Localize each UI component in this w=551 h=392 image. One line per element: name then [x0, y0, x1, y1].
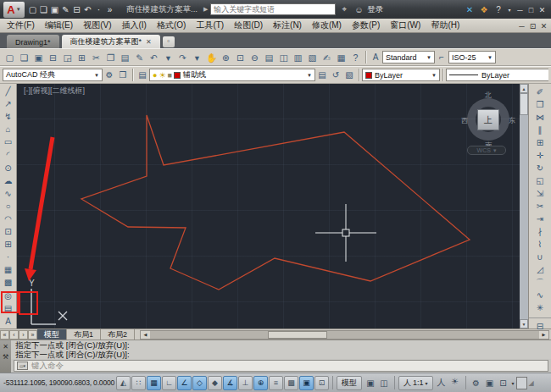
- menu-item[interactable]: 编辑(E): [40, 20, 78, 30]
- extend-icon[interactable]: ⇥: [537, 213, 543, 225]
- plot-preview-icon[interactable]: ◲: [60, 50, 75, 65]
- prev-layout-button[interactable]: ‹: [9, 330, 19, 340]
- join-icon[interactable]: ∪: [537, 251, 543, 263]
- dim-style-select[interactable]: ISO-25▼: [448, 51, 496, 63]
- menu-item[interactable]: 帮助(H): [426, 20, 465, 30]
- trim-icon[interactable]: ✂: [537, 200, 543, 213]
- undo-icon[interactable]: ↶: [82, 5, 93, 14]
- quick-properties-toggle[interactable]: ▣: [299, 376, 314, 390]
- lineweight-toggle[interactable]: ≡: [269, 376, 283, 390]
- workspace-select[interactable]: AutoCAD 经典▼: [3, 69, 103, 81]
- dim-style-icon[interactable]: ⌐: [435, 52, 448, 62]
- toolbar-lock-icon[interactable]: ▣: [483, 378, 497, 388]
- polygon-icon[interactable]: ⌂: [5, 123, 10, 135]
- construction-line-icon[interactable]: ↗: [4, 97, 11, 110]
- help-icon[interactable]: ?: [493, 5, 504, 14]
- undo-dropdown-icon[interactable]: ·: [93, 5, 104, 14]
- command-suggest-icon[interactable]: ▭▾: [17, 362, 28, 370]
- scroll-right-icon[interactable]: ▶: [539, 331, 548, 339]
- application-menu-button[interactable]: A▼: [3, 2, 25, 18]
- menu-item[interactable]: 修改(M): [307, 20, 347, 30]
- redo-icon[interactable]: ↷: [175, 50, 190, 65]
- ducs-toggle[interactable]: ⊥: [238, 376, 253, 390]
- dyn-toggle[interactable]: ⊕: [253, 376, 268, 390]
- hatch-icon[interactable]: ▦: [4, 263, 12, 276]
- sign-in-button[interactable]: 登录: [367, 4, 383, 15]
- menu-item[interactable]: 文件(F): [2, 20, 40, 30]
- layer-previous-icon[interactable]: ↺: [329, 70, 342, 80]
- customize-quick-access-icon[interactable]: »: [104, 5, 115, 14]
- viewcube-wcs-menu[interactable]: WCS ▾: [467, 146, 506, 155]
- properties-icon[interactable]: ▤: [262, 50, 276, 65]
- scroll-down-icon[interactable]: ▼: [520, 319, 528, 329]
- scroll-up-icon[interactable]: ▲: [520, 84, 528, 93]
- gradient-icon[interactable]: ▩: [4, 276, 12, 289]
- ellipse-icon[interactable]: ○: [5, 200, 10, 213]
- paste-icon[interactable]: ▤: [118, 50, 132, 65]
- next-layout-button[interactable]: ›: [19, 330, 28, 340]
- rectangle-icon[interactable]: ▭: [4, 135, 12, 148]
- publish-icon[interactable]: ⊞: [75, 50, 89, 65]
- hardware-acceleration-icon[interactable]: ⊡: [497, 378, 510, 388]
- minimize-button[interactable]: ─: [515, 6, 526, 14]
- drawing-close-button[interactable]: ✕: [538, 22, 549, 30]
- zoom-window-icon[interactable]: ⊡: [233, 50, 248, 65]
- annotation-scale-button[interactable]: 人 1:1 ▾: [398, 376, 433, 390]
- layer-select[interactable]: ● ☀ ■ 辅助线 ▼: [149, 69, 315, 81]
- copy-icon[interactable]: ❐: [103, 50, 118, 65]
- infer-constraints-toggle[interactable]: ◭: [116, 376, 131, 390]
- command-input[interactable]: ▭▾ 键入命令: [14, 360, 548, 372]
- otrack-toggle[interactable]: ∡: [223, 376, 237, 390]
- coordinates-readout[interactable]: -531112.1095, 190090.6803, 0.0000: [3, 378, 114, 387]
- markup-set-manager-icon[interactable]: ✍: [320, 50, 334, 65]
- 3d-osnap-toggle[interactable]: ◆: [208, 376, 222, 390]
- scrollbar-thumb[interactable]: [268, 331, 327, 339]
- drawn-polyline-shape[interactable]: [81, 115, 470, 290]
- help-icon[interactable]: ?: [348, 50, 363, 65]
- search-icon[interactable]: ⌖: [338, 4, 350, 14]
- mirror-icon[interactable]: ⋈: [536, 111, 544, 124]
- menu-item[interactable]: 标注(N): [268, 20, 307, 30]
- search-input[interactable]: [210, 3, 336, 15]
- spline-icon[interactable]: ∿: [4, 187, 11, 200]
- tab-layout1[interactable]: 布局1: [67, 329, 101, 340]
- annotation-visibility-icon[interactable]: 人: [435, 377, 448, 389]
- fillet-icon[interactable]: ⌒: [536, 276, 544, 289]
- open-icon[interactable]: ❏: [38, 5, 49, 14]
- text-style-icon[interactable]: A: [369, 52, 382, 62]
- blend-curves-icon[interactable]: ∿: [537, 289, 543, 301]
- rotate-icon[interactable]: ↻: [537, 162, 543, 174]
- chamfer-icon[interactable]: ◿: [537, 263, 543, 276]
- ortho-toggle[interactable]: ∟: [162, 376, 176, 390]
- status-bar-menu-icon[interactable]: ▾: [512, 380, 515, 386]
- revision-cloud-icon[interactable]: ☁: [4, 174, 13, 187]
- redo-dropdown-icon[interactable]: ▾: [190, 50, 204, 65]
- drawing-canvas[interactable]: Y [-][俯视][二维线框] 上 北 南 西 东 WC: [17, 84, 520, 329]
- make-block-icon[interactable]: ⊞: [4, 238, 11, 251]
- explode-icon[interactable]: ✳: [537, 301, 543, 314]
- arc-icon[interactable]: ◜: [7, 148, 10, 161]
- horizontal-scrollbar[interactable]: ◀ ▶: [140, 330, 549, 340]
- pan-icon[interactable]: ✋: [204, 50, 219, 65]
- region-icon[interactable]: ◎: [4, 290, 12, 302]
- new-icon[interactable]: ▢: [3, 50, 17, 65]
- break-at-point-icon[interactable]: ∤: [538, 225, 543, 238]
- annotation-autoscale-icon[interactable]: ☀: [448, 377, 462, 389]
- layer-properties-manager-icon[interactable]: ▤: [136, 70, 149, 80]
- break-icon[interactable]: ⌇: [538, 238, 543, 251]
- file-tab-active-drawing[interactable]: 商住楼建筑方案草图* ✕: [62, 35, 160, 48]
- stretch-icon[interactable]: ⇲: [537, 187, 543, 200]
- mtext-icon[interactable]: A: [5, 315, 11, 328]
- menu-item[interactable]: 插入(I): [116, 20, 151, 30]
- layer-lock-icon[interactable]: ■: [168, 71, 172, 80]
- open-icon[interactable]: ❏: [17, 50, 31, 65]
- command-window-grip[interactable]: ✕ ⚒: [0, 340, 11, 373]
- new-drawing-tab-button[interactable]: ▫: [163, 36, 175, 47]
- ellipse-arc-icon[interactable]: ◠: [4, 213, 12, 225]
- plot-icon[interactable]: ⊟: [71, 5, 82, 14]
- text-style-select[interactable]: Standard▼: [382, 51, 435, 63]
- viewcube-east-label[interactable]: 东: [491, 116, 520, 125]
- menu-item[interactable]: 格式(O): [152, 20, 191, 30]
- point-icon[interactable]: ·: [7, 251, 9, 263]
- table-icon[interactable]: ▤: [4, 302, 12, 315]
